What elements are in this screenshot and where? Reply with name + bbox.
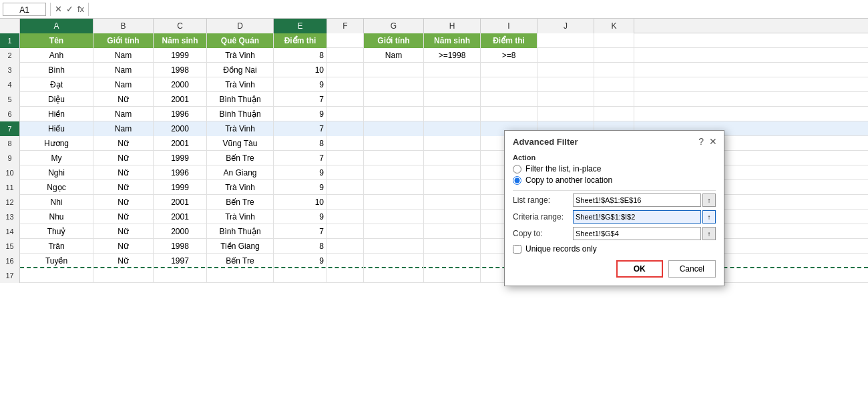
cell-C16[interactable]: 1997 [154,254,207,268]
cell-D13[interactable]: Trà Vinh [207,210,274,224]
cell-G14[interactable] [364,224,424,239]
cell-B8[interactable]: Nữ [93,136,154,151]
cell-F15[interactable] [327,239,364,254]
cell-A15[interactable]: Trân [20,239,93,254]
cell-H1[interactable]: Năm sinh [424,33,481,48]
cell-E11[interactable]: 9 [274,180,327,195]
cell-H6[interactable] [424,107,481,121]
cell-G6[interactable] [364,107,424,121]
cell-H9[interactable] [424,151,481,165]
cell-J2[interactable] [537,48,594,63]
cell-H4[interactable] [424,77,481,92]
criteria-range-input[interactable] [573,210,701,224]
col-header-J[interactable]: J [537,19,594,33]
cell-E4[interactable]: 9 [274,77,327,92]
cell-C5[interactable]: 2001 [154,92,207,107]
cell-D11[interactable]: Trà Vinh [207,180,274,195]
cell-A3[interactable]: Bình [20,63,93,77]
cell-G1[interactable]: Giới tính [364,33,424,48]
cell-C11[interactable]: 1999 [154,180,207,195]
cell-B12[interactable]: Nữ [93,195,154,210]
cell-B11[interactable]: Nữ [93,180,154,195]
cell-A13[interactable]: Nhu [20,210,93,224]
cell-D5[interactable]: Bình Thuận [207,92,274,107]
cell-H3[interactable] [424,63,481,77]
cell-B4[interactable]: Nam [93,77,154,92]
cell-F2[interactable] [327,48,364,63]
cell-G9[interactable] [364,151,424,165]
cell-F13[interactable] [327,210,364,224]
cell-D6[interactable]: Bình Thuận [207,107,274,121]
confirm-formula-icon[interactable]: ✓ [66,4,73,14]
cell-H17[interactable] [424,268,481,283]
cell-C17[interactable] [154,268,207,283]
cell-A10[interactable]: Nghi [20,165,93,180]
cell-J1[interactable] [537,33,594,48]
cell-G4[interactable] [364,77,424,92]
cell-E16[interactable]: 9 [274,254,327,268]
cell-G17[interactable] [364,268,424,283]
cell-I5[interactable] [481,92,537,107]
cell-K4[interactable] [594,77,634,92]
cell-A9[interactable]: My [20,151,93,165]
cell-G16[interactable] [364,254,424,268]
cell-K1[interactable] [594,33,634,48]
cell-B9[interactable]: Nữ [93,151,154,165]
cell-H15[interactable] [424,239,481,254]
cell-E5[interactable]: 7 [274,92,327,107]
cell-F10[interactable] [327,165,364,180]
cell-A14[interactable]: Thuỷ [20,224,93,239]
cell-E13[interactable]: 9 [274,210,327,224]
unique-records-checkbox[interactable] [513,245,521,254]
cell-F3[interactable] [327,63,364,77]
cell-J5[interactable] [537,92,594,107]
cell-E2[interactable]: 8 [274,48,327,63]
cell-A2[interactable]: Anh [20,48,93,63]
col-header-F[interactable]: F [327,19,364,33]
cell-C14[interactable]: 2000 [154,224,207,239]
cell-H7[interactable] [424,121,481,136]
cell-D17[interactable] [207,268,274,283]
cell-E12[interactable]: 10 [274,195,327,210]
cell-B15[interactable]: Nữ [93,239,154,254]
cell-D8[interactable]: Vũng Tàu [207,136,274,151]
cell-H5[interactable] [424,92,481,107]
cell-E9[interactable]: 7 [274,151,327,165]
cancel-button[interactable]: Cancel [668,260,716,278]
cell-B13[interactable]: Nữ [93,210,154,224]
cell-F9[interactable] [327,151,364,165]
cell-A5[interactable]: Diệu [20,92,93,107]
cell-F14[interactable] [327,224,364,239]
criteria-range-select-button[interactable]: ↑ [702,210,716,224]
cell-G8[interactable] [364,136,424,151]
cell-H16[interactable] [424,254,481,268]
cell-C15[interactable]: 1998 [154,239,207,254]
cell-G15[interactable] [364,239,424,254]
cell-F17[interactable] [327,268,364,283]
cell-F7[interactable] [327,121,364,136]
cell-F5[interactable] [327,92,364,107]
cell-I4[interactable] [481,77,537,92]
cell-G12[interactable] [364,195,424,210]
cell-D7[interactable]: Trà Vinh [207,121,274,136]
cell-B3[interactable]: Nam [93,63,154,77]
cell-D2[interactable]: Trà Vinh [207,48,274,63]
cell-G2[interactable]: Nam [364,48,424,63]
cell-A4[interactable]: Đạt [20,77,93,92]
cell-G11[interactable] [364,180,424,195]
cell-B10[interactable]: Nữ [93,165,154,180]
col-header-D[interactable]: D [207,19,274,33]
list-range-input[interactable] [573,193,701,207]
cell-D9[interactable]: Bến Tre [207,151,274,165]
cell-H13[interactable] [424,210,481,224]
cell-E6[interactable]: 9 [274,107,327,121]
cell-B17[interactable] [93,268,154,283]
cell-E17[interactable] [274,268,327,283]
cancel-formula-icon[interactable]: ✕ [55,4,62,14]
cell-C8[interactable]: 2001 [154,136,207,151]
cell-D1[interactable]: Quê Quán [207,33,274,48]
cell-B6[interactable]: Nam [93,107,154,121]
cell-reference-box[interactable]: A1 [3,3,46,16]
cell-G3[interactable] [364,63,424,77]
cell-D16[interactable]: Bến Tre [207,254,274,268]
